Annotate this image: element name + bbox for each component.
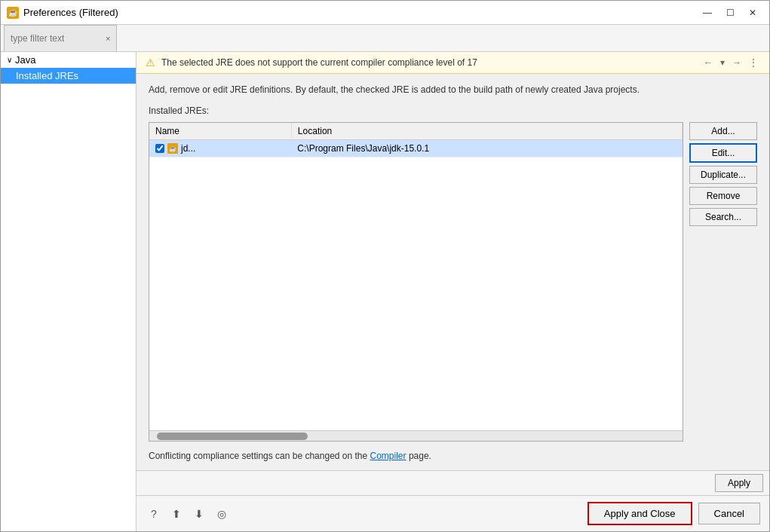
maximize-button[interactable]: ☐ (719, 5, 741, 21)
import-icon-button[interactable]: ⬆ (168, 506, 185, 522)
duplicate-button[interactable]: Duplicate... (689, 166, 757, 184)
apply-button[interactable]: Apply (715, 474, 763, 492)
help-icon-button[interactable]: ? (146, 506, 162, 522)
col-name: Name (149, 123, 291, 140)
edit-button[interactable]: Edit... (689, 143, 757, 163)
filter-close-icon[interactable]: × (106, 34, 110, 43)
warning-bar: ⚠ The selected JRE does not support the … (137, 52, 769, 74)
apply-and-close-button[interactable]: Apply and Close (587, 502, 692, 525)
scrollbar-thumb (157, 433, 308, 440)
app-icon: ☕ (7, 7, 19, 19)
sidebar-sub-label: Installed JREs (16, 70, 78, 81)
content-inner: Add, remove or edit JRE definitions. By … (137, 74, 769, 470)
add-button[interactable]: Add... (689, 122, 757, 140)
remove-button[interactable]: Remove (689, 187, 757, 205)
warning-back-button[interactable]: ← (701, 57, 715, 68)
minimize-button[interactable]: — (697, 5, 718, 21)
row-location-cell: C:\Program Files\Java\jdk-15.0.1 (291, 140, 682, 157)
toolbar-row: × (1, 25, 769, 52)
table-row[interactable]: ☕ jd... C:\Program Files\Java\jdk-15.0.1 (149, 140, 683, 157)
export-icon-button[interactable]: ⬇ (191, 506, 207, 522)
warning-text: The selected JRE does not support the cu… (161, 57, 695, 68)
warning-forward-button[interactable]: → (730, 57, 744, 68)
jre-icon: ☕ (167, 143, 178, 154)
warning-dropdown-button[interactable]: ▾ (718, 57, 727, 68)
compliance-row: Conflicting compliance settings can be c… (149, 451, 757, 461)
cancel-button[interactable]: Cancel (698, 503, 760, 524)
content-area: ⚠ The selected JRE does not support the … (137, 52, 769, 531)
warning-nav: ← ▾ → ⋮ (701, 57, 760, 68)
jre-name: jd... (181, 143, 195, 154)
jre-buttons: Add... Edit... Duplicate... Remove Searc… (689, 122, 757, 442)
settings-icon-button[interactable]: ◎ (213, 506, 230, 522)
close-button[interactable]: ✕ (742, 5, 763, 21)
sidebar-item-installed-jres[interactable]: Installed JREs (1, 68, 136, 84)
installed-jres-label: Installed JREs: (149, 105, 757, 116)
dialog-icon-group: ? ⬆ ⬇ ◎ (146, 506, 581, 522)
compliance-end: page. (409, 451, 431, 461)
warning-icon: ⚠ (146, 57, 155, 69)
chevron-down-icon: ∨ (7, 56, 12, 64)
search-button[interactable]: Search... (689, 208, 757, 226)
description-text: Add, remove or edit JRE definitions. By … (149, 83, 757, 96)
warning-more-button[interactable]: ⋮ (747, 57, 760, 68)
sidebar-item-label: Java (15, 54, 35, 66)
sidebar: ∨ Java Installed JREs (1, 52, 137, 531)
jre-table-inner[interactable]: Name Location ☕ (149, 123, 683, 430)
title-bar: ☕ Preferences (Filtered) — ☐ ✕ (1, 1, 769, 25)
sidebar-item-java[interactable]: ∨ Java (1, 52, 136, 68)
col-location: Location (291, 123, 682, 140)
jre-checkbox[interactable] (155, 144, 164, 153)
filter-input[interactable] (11, 33, 101, 44)
preferences-window: ☕ Preferences (Filtered) — ☐ ✕ × ∨ Java … (0, 0, 770, 532)
jre-table-wrapper: Name Location ☕ (149, 122, 683, 442)
compiler-link[interactable]: Compiler (370, 451, 406, 461)
title-bar-controls: — ☐ ✕ (697, 5, 763, 21)
jre-panel: Name Location ☕ (149, 122, 757, 442)
row-name-cell: ☕ jd... (149, 140, 291, 157)
apply-row: Apply (137, 471, 769, 496)
horizontal-scrollbar[interactable] (149, 430, 683, 441)
bottom-bar: Apply ? ⬆ ⬇ ◎ Apply and Close Cancel (137, 470, 769, 531)
compliance-text: Conflicting compliance settings can be c… (149, 451, 367, 461)
filter-tab: × (4, 25, 117, 51)
main-area: ∨ Java Installed JREs ⚠ The selected JRE… (1, 52, 769, 531)
dialog-buttons: ? ⬆ ⬇ ◎ Apply and Close Cancel (137, 496, 769, 531)
window-title: Preferences (Filtered) (23, 7, 697, 18)
jre-table: Name Location ☕ (149, 123, 683, 157)
